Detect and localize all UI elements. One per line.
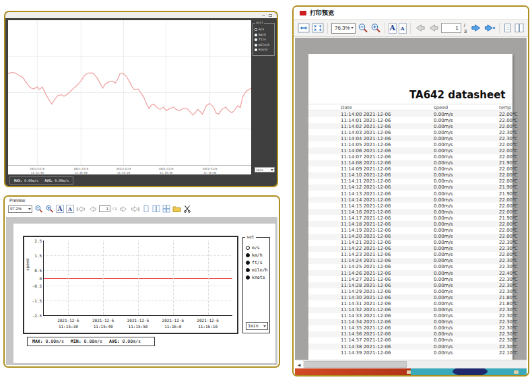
cell-date: 11:14:14 2021-12-06	[341, 197, 434, 203]
radio-icon[interactable]	[255, 38, 257, 41]
zoom-in-button[interactable]	[45, 205, 54, 214]
cell-temp: 22.00℃	[499, 112, 518, 117]
tick-date: 2021-12-6	[57, 317, 79, 323]
magnifier-plus-icon	[370, 23, 381, 34]
cell-speed: 0.00m/s	[434, 172, 499, 178]
table-row: 11:14:00 2021-12-060.00m/s22.00℃	[308, 111, 512, 117]
unit-option-mile-h[interactable]: mile/h	[255, 44, 273, 47]
radio-icon[interactable]	[246, 268, 250, 272]
cell-temp: 22.00℃	[499, 228, 518, 233]
tick-time: 11:15:20	[117, 171, 131, 175]
radio-selected-icon[interactable]	[255, 28, 257, 31]
y-tick-label: 2.5	[34, 238, 42, 243]
minimize-button[interactable]	[262, 15, 265, 15]
horizontal-scrollbar[interactable]: ◀	[295, 360, 527, 368]
font-increase-button[interactable]: A	[389, 23, 397, 34]
cell-speed: 0.00m/s	[434, 295, 499, 300]
unit-option-label: knots	[259, 48, 268, 52]
status-readouts: MAX: 0.00m/sMIN: 0.00m/sAVG: 0.00m/s	[27, 337, 155, 346]
radio-icon[interactable]	[246, 261, 250, 265]
export-button[interactable]	[172, 205, 181, 213]
cell-date: 11:14:32 2021-12-06	[341, 307, 434, 313]
table-row: 11:14:23 2021-12-060.00m/s22.00℃	[308, 252, 512, 258]
table-row: 11:14:38 2021-12-060.00m/s22.30℃	[308, 344, 512, 350]
last-page-button[interactable]	[484, 24, 496, 32]
first-page-button[interactable]	[76, 205, 86, 213]
wallpaper-teal-area	[411, 368, 527, 375]
radio-icon[interactable]	[255, 44, 257, 46]
cell-date: 11:14:36 2021-12-06	[341, 331, 434, 337]
interval-dropdown[interactable]: 1min	[255, 167, 275, 172]
set-groupbox-label: set	[245, 235, 256, 240]
unit-option-m-s[interactable]: m/s	[255, 28, 273, 32]
cell-date: 11:14:28 2021-12-06	[341, 283, 434, 288]
cell-temp: 22.30℃	[499, 136, 518, 141]
table-row: 11:14:31 2021-12-060.00m/s21.80℃	[308, 300, 512, 306]
cell-temp: 22.30℃	[499, 258, 518, 263]
interval-dropdown[interactable]: 1min	[246, 322, 268, 330]
tick-date: 2021/12/6	[203, 167, 218, 171]
scrollbar-thumb[interactable]	[304, 361, 407, 368]
font-decrease-button[interactable]: A	[66, 205, 74, 213]
single-page-view-button[interactable]	[503, 23, 512, 33]
page-number-input[interactable]	[99, 205, 110, 212]
table-row: 11:14:32 2021-12-060.00m/s22.30℃	[308, 307, 512, 313]
previous-page-button[interactable]	[428, 24, 439, 32]
two-page-view-button[interactable]	[152, 205, 160, 213]
unit-option-ft-s[interactable]: ft/s	[246, 261, 269, 265]
unit-option-ft-s[interactable]: ft/s	[255, 38, 273, 42]
table-row: 11:14:27 2021-12-060.00m/s22.30℃	[308, 276, 512, 282]
unit-option-mile-h[interactable]: mile/h	[246, 268, 269, 273]
unit-option-m-s[interactable]: m/s	[246, 246, 269, 251]
fit-width-button[interactable]	[298, 23, 310, 33]
radio-icon[interactable]	[255, 48, 257, 51]
zoom-level-select[interactable]: 97.2%	[8, 205, 32, 213]
table-row: 11:14:21 2021-12-060.00m/s22.30℃	[308, 240, 512, 246]
radio-icon[interactable]	[246, 275, 250, 280]
single-page-view-button[interactable]	[142, 205, 150, 213]
two-page-icon	[514, 23, 524, 33]
fit-page-button[interactable]	[312, 23, 324, 33]
cell-temp: 22.30℃	[499, 331, 518, 337]
radio-icon[interactable]	[246, 253, 250, 257]
zoom-in-button[interactable]	[370, 23, 381, 34]
cell-date: 11:14:35 2021-12-06	[341, 325, 434, 331]
unit-option-km-h[interactable]: km/h	[246, 253, 269, 258]
v-gridline	[103, 240, 104, 315]
cell-date: 11:14:23 2021-12-06	[341, 252, 434, 257]
chevron-down-icon	[351, 27, 354, 29]
cell-date: 11:14:06 2021-12-06	[341, 148, 434, 154]
four-page-view-button[interactable]	[162, 205, 170, 213]
zoom-out-button[interactable]	[34, 205, 43, 214]
zoom-out-button[interactable]	[358, 23, 368, 34]
radio-icon[interactable]	[255, 34, 257, 36]
cell-temp: 22.00℃	[499, 252, 518, 257]
font-increase-icon: A	[58, 206, 63, 212]
cell-speed: 0.00m/s	[434, 209, 499, 215]
cell-speed: 0.00m/s	[434, 166, 499, 172]
previous-page-button[interactable]	[88, 205, 97, 213]
maximize-button[interactable]	[269, 14, 272, 17]
x-tick-label: 2021-12-611:15:50	[127, 317, 149, 329]
first-page-button[interactable]	[414, 24, 426, 32]
next-page-button[interactable]	[471, 24, 482, 32]
window-title: 打印预览	[310, 9, 334, 18]
font-increase-button[interactable]: A	[56, 205, 64, 213]
zoom-level-select[interactable]: 76.3%	[331, 23, 356, 34]
folder-icon	[172, 205, 181, 213]
cell-date: 11:14:01 2021-12-06	[341, 118, 434, 123]
scroll-left-button[interactable]: ◀	[295, 360, 304, 368]
unit-option-knots[interactable]: knots	[255, 48, 273, 52]
unit-option-knots[interactable]: knots	[246, 275, 269, 280]
first-page-icon	[76, 205, 86, 213]
page-number-input[interactable]	[441, 23, 461, 33]
last-page-button[interactable]	[131, 205, 140, 213]
font-decrease-button[interactable]: A	[399, 23, 407, 34]
close-preview-button[interactable]	[183, 205, 191, 213]
tick-date: 2021/12/6	[117, 167, 131, 171]
table-row: 11:14:16 2021-12-060.00m/s22.00℃	[308, 209, 512, 215]
unit-option-km-h[interactable]: km/h	[255, 34, 273, 37]
radio-selected-icon[interactable]	[246, 246, 250, 250]
next-page-button[interactable]	[119, 205, 129, 213]
two-page-view-button[interactable]	[514, 23, 524, 33]
